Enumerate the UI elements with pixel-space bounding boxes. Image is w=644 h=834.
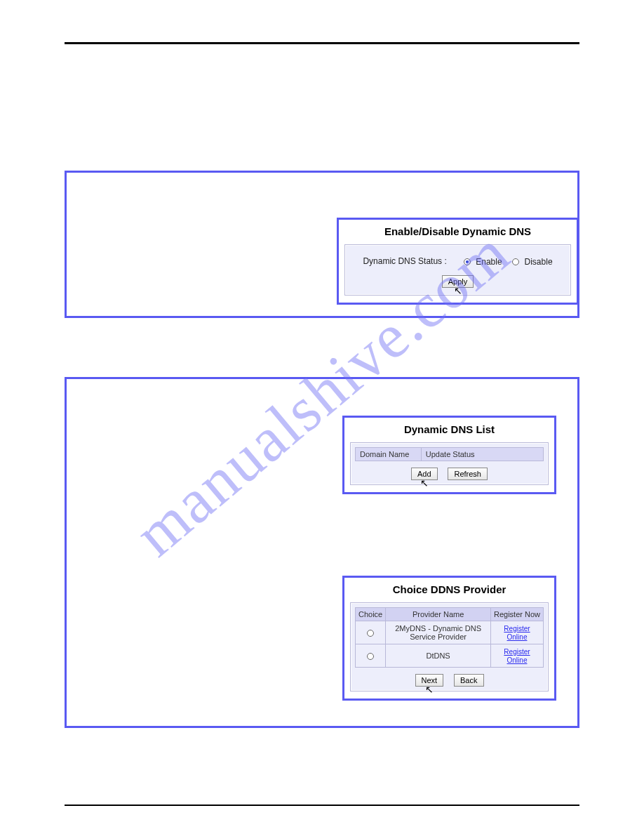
- page-container: Enable/Disable Dynamic DNS Dynamic DNS S…: [0, 0, 644, 774]
- choice-provider-title: Choice DDNS Provider: [344, 578, 554, 602]
- ddns-list-title: Dynamic DNS List: [344, 418, 554, 442]
- footer-divider: [65, 805, 579, 806]
- refresh-button-label: Refresh: [454, 470, 481, 478]
- radio-disable-icon[interactable]: [512, 258, 519, 265]
- col-provider-name: Provider Name: [386, 608, 491, 621]
- table-row: DtDNS Register Online: [356, 644, 544, 668]
- radio-choice-icon[interactable]: [367, 653, 374, 660]
- screenshot-ddns-list: Dynamic DNS List Domain Name Update Stat…: [342, 416, 556, 494]
- provider-table: Choice Provider Name Register Now 2MyDNS…: [355, 607, 544, 668]
- ddns-list-frame: Domain Name Update Status Add ↖ Refresh: [350, 442, 549, 485]
- back-button[interactable]: Back: [454, 674, 483, 687]
- gap-1: [65, 343, 579, 377]
- col-register-now: Register Now: [490, 608, 543, 621]
- table-row: 2MyDNS - Dynamic DNS Service Provider Re…: [356, 621, 544, 644]
- radio-enable-icon[interactable]: [464, 258, 471, 265]
- col-update-status: Update Status: [421, 448, 543, 461]
- panel-enable-ddns: Enable/Disable Dynamic DNS Dynamic DNS S…: [65, 171, 579, 318]
- choice-provider-frame: Choice Provider Name Register Now 2MyDNS…: [350, 602, 549, 691]
- col-domain-name: Domain Name: [356, 448, 422, 461]
- add-button[interactable]: Add ↖: [411, 468, 438, 480]
- header-divider: [65, 42, 579, 44]
- screenshot-enable-ddns: Enable/Disable Dynamic DNS Dynamic DNS S…: [337, 218, 579, 305]
- ddns-list-table: Domain Name Update Status: [355, 447, 544, 461]
- enable-ddns-title: Enable/Disable Dynamic DNS: [339, 220, 577, 244]
- apply-button[interactable]: Apply ↖: [442, 275, 474, 288]
- cursor-icon: ↖: [425, 684, 434, 694]
- cursor-icon: ↖: [420, 478, 429, 488]
- provider-cell: DtDNS: [386, 644, 491, 668]
- next-button[interactable]: Next ↖: [415, 674, 444, 687]
- col-choice: Choice: [356, 608, 386, 621]
- blank-area-top: [65, 86, 579, 171]
- back-button-label: Back: [460, 676, 477, 684]
- ddns-status-label: Dynamic DNS Status :: [363, 256, 446, 266]
- table-row: Choice Provider Name Register Now: [356, 608, 544, 621]
- radio-disable-label: Disable: [525, 257, 553, 267]
- enable-ddns-frame: Dynamic DNS Status : Enable Disable Appl…: [344, 244, 571, 296]
- provider-cell: 2MyDNS - Dynamic DNS Service Provider: [386, 621, 491, 644]
- table-row: Domain Name Update Status: [356, 448, 544, 461]
- cursor-icon: ↖: [454, 286, 462, 296]
- register-link[interactable]: Register Online: [504, 625, 530, 641]
- radio-enable-label: Enable: [476, 257, 502, 267]
- register-link[interactable]: Register Online: [504, 648, 530, 664]
- screenshot-choice-provider: Choice DDNS Provider Choice Provider Nam…: [342, 576, 556, 701]
- radio-choice-icon[interactable]: [367, 630, 374, 637]
- refresh-button[interactable]: Refresh: [448, 468, 488, 480]
- panel-ddns-list-provider: Dynamic DNS List Domain Name Update Stat…: [65, 377, 579, 728]
